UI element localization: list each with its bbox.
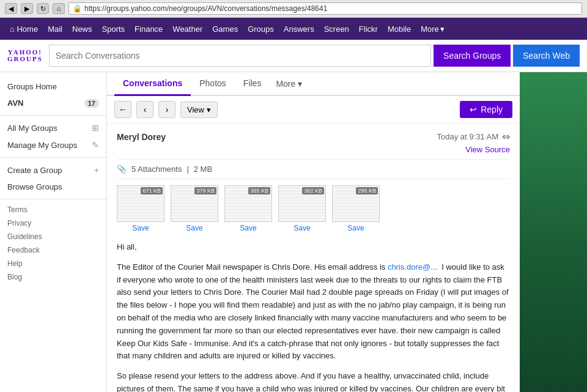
- message-toolbar: ← ‹ › View ▾ ↩ Reply: [107, 96, 520, 124]
- toolbar-left: ← ‹ › View ▾: [114, 101, 218, 118]
- browser-forward-btn[interactable]: ▶: [21, 3, 33, 14]
- all-my-groups-label: All My Groups: [7, 124, 57, 133]
- attachments-count: 5 Attachments: [131, 165, 182, 174]
- thumb-size-5: 295 KB: [356, 187, 378, 194]
- sidebar-divider-1: [0, 115, 106, 116]
- url-text: https://groups.yahoo.com/neo/groups/AVN/…: [84, 4, 327, 13]
- sidebar-item-group-avn[interactable]: AVN 17: [0, 95, 106, 111]
- thumb-save-2[interactable]: Save: [171, 224, 218, 232]
- site-header: YAHOO! GROUPS Search Groups Search Web: [0, 40, 587, 72]
- browser-bar: ◀ ▶ ↻ ⌂ 🔒 https://groups.yahoo.com/neo/g…: [0, 0, 587, 18]
- main-layout: Groups Home AVN 17 All My Groups ⊞ Manag…: [0, 72, 587, 392]
- sidebar-link-terms[interactable]: Terms: [0, 203, 106, 216]
- attachment-thumbnails: 671 KB Save 379 KB Save 365 KB: [117, 185, 510, 232]
- yahoo-logo: YAHOO! GROUPS: [7, 49, 43, 62]
- message-time-area: Today at 9:31 AM ⇔: [437, 131, 510, 142]
- thumb-size-4: 362 KB: [302, 187, 324, 194]
- view-chevron-icon: ▾: [207, 105, 211, 114]
- sidebar-item-all-my-groups[interactable]: All My Groups ⊞: [0, 119, 106, 136]
- nav-mobile[interactable]: Mobile: [383, 18, 416, 40]
- browse-groups-label: Browse Groups: [7, 182, 62, 191]
- reply-button[interactable]: ↩ Reply: [460, 101, 512, 118]
- search-web-button[interactable]: Search Web: [513, 45, 580, 67]
- nav-sports[interactable]: Sports: [97, 18, 130, 40]
- next-icon: ›: [166, 105, 169, 114]
- group-name-label: AVN: [7, 98, 23, 108]
- body-paragraph-1: The Editor of the Courier Mail newspaper…: [117, 261, 510, 363]
- nav-answers[interactable]: Answers: [279, 18, 319, 40]
- browser-back-btn[interactable]: ◀: [5, 3, 17, 14]
- sidebar-link-privacy[interactable]: Privacy: [0, 216, 106, 230]
- top-navigation: ⌂ Home Mail News Sports Finance Weather …: [0, 18, 587, 40]
- thumb-save-4[interactable]: Save: [278, 224, 326, 232]
- sidebar-item-manage-my-groups[interactable]: Manage My Groups ✎: [0, 136, 106, 153]
- tab-more-label: More ▾: [276, 79, 302, 89]
- prev-message-button[interactable]: ‹: [136, 101, 153, 118]
- thumb-image-3: 365 KB: [224, 185, 272, 222]
- nav-finance[interactable]: Finance: [130, 18, 168, 40]
- sidebar: Groups Home AVN 17 All My Groups ⊞ Manag…: [0, 72, 107, 392]
- paperclip-icon: 📎: [117, 165, 127, 174]
- search-input[interactable]: [49, 45, 431, 67]
- lock-icon: 🔒: [73, 4, 82, 13]
- tab-conversations[interactable]: Conversations: [114, 72, 191, 96]
- sidebar-item-browse-groups[interactable]: Browse Groups: [0, 179, 106, 195]
- sender-name: Meryl Dorey: [117, 132, 166, 142]
- thumb-image-1: 671 KB: [117, 185, 164, 222]
- tab-files[interactable]: Files: [235, 72, 270, 96]
- sidebar-link-blog[interactable]: Blog: [0, 270, 106, 284]
- thumb-save-1[interactable]: Save: [117, 224, 164, 232]
- sidebar-divider-2: [0, 157, 106, 158]
- chevron-down-icon: ▾: [440, 24, 445, 34]
- attachment-2: 379 KB Save: [171, 185, 218, 232]
- search-groups-button[interactable]: Search Groups: [434, 45, 511, 67]
- sidebar-link-feedback[interactable]: Feedback: [0, 243, 106, 257]
- manage-my-groups-label: Manage My Groups: [7, 141, 77, 150]
- attachment-4: 362 KB Save: [278, 185, 326, 232]
- view-dropdown[interactable]: View ▾: [180, 102, 218, 118]
- sidebar-link-help[interactable]: Help: [0, 257, 106, 270]
- thumb-save-5[interactable]: Save: [332, 224, 380, 232]
- browser-refresh-btn[interactable]: ↻: [37, 3, 49, 14]
- content-area: Conversations Photos Files More ▾ ← ‹ ›: [107, 72, 520, 392]
- attachments-size: 2 MB: [194, 165, 212, 174]
- url-bar: 🔒 https://groups.yahoo.com/neo/groups/AV…: [68, 2, 582, 15]
- tab-more[interactable]: More ▾: [270, 73, 310, 95]
- greeting: Hi all,: [117, 241, 510, 254]
- search-bar-area: Search Groups Search Web: [49, 45, 580, 67]
- reply-icon: ↩: [470, 105, 477, 114]
- ad-area: [520, 72, 587, 392]
- message-container: Meryl Dorey Today at 9:31 AM ⇔ View Sour…: [107, 124, 520, 392]
- sidebar-item-groups-home[interactable]: Groups Home: [0, 78, 106, 95]
- reply-label: Reply: [481, 105, 503, 114]
- thumb-size-2: 379 KB: [194, 187, 216, 194]
- thumb-image-2: 379 KB: [171, 185, 218, 222]
- view-source-link[interactable]: View Source: [117, 145, 510, 154]
- tab-photos[interactable]: Photos: [191, 72, 235, 96]
- thumb-image-4: 362 KB: [278, 185, 326, 222]
- nav-home[interactable]: ⌂ Home: [5, 18, 43, 40]
- logo-sub: GROUPS: [7, 56, 43, 62]
- nav-screen[interactable]: Screen: [319, 18, 354, 40]
- back-icon: ←: [119, 105, 127, 114]
- email-link[interactable]: chris.dore@...: [388, 262, 437, 272]
- nav-news[interactable]: News: [67, 18, 97, 40]
- browser-home-btn[interactable]: ⌂: [53, 3, 65, 14]
- expand-icon[interactable]: ⇔: [502, 131, 510, 142]
- message-header: Meryl Dorey Today at 9:31 AM ⇔: [117, 131, 510, 142]
- sidebar-link-guidelines[interactable]: Guidelines: [0, 230, 106, 243]
- message-body: Hi all, The Editor of the Courier Mail n…: [117, 241, 510, 392]
- create-group-label: Create a Group: [7, 166, 62, 175]
- nav-mail[interactable]: Mail: [43, 18, 67, 40]
- nav-groups[interactable]: Groups: [243, 18, 279, 40]
- all-groups-icon: ⊞: [92, 123, 99, 133]
- nav-more[interactable]: More ▾: [416, 18, 449, 40]
- thumb-size-1: 671 KB: [141, 187, 163, 194]
- back-button[interactable]: ←: [114, 101, 131, 118]
- sidebar-item-create-group[interactable]: Create a Group +: [0, 161, 106, 179]
- thumb-save-3[interactable]: Save: [224, 224, 272, 232]
- nav-weather[interactable]: Weather: [168, 18, 207, 40]
- nav-games[interactable]: Games: [207, 18, 243, 40]
- nav-flickr[interactable]: Flickr: [354, 18, 383, 40]
- next-message-button[interactable]: ›: [158, 101, 175, 118]
